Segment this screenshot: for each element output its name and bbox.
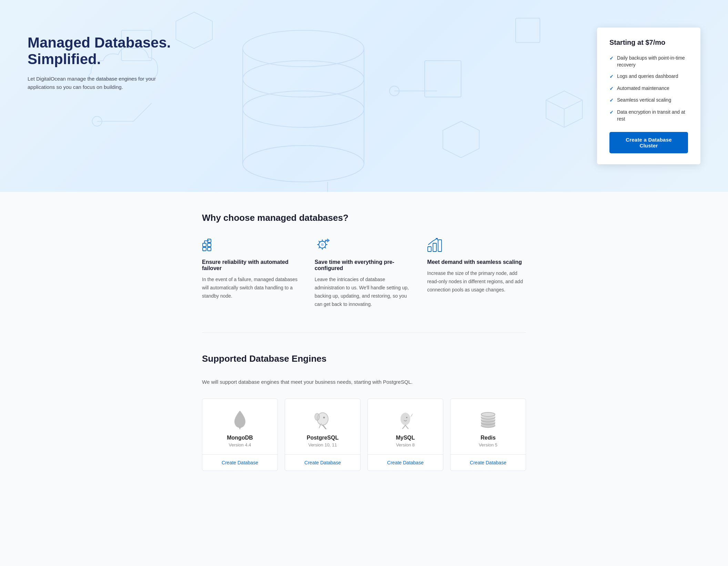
- svg-marker-14: [443, 121, 479, 158]
- feature-card-reliability-desc: In the event of a failure, managed datab…: [202, 276, 301, 300]
- redis-icon: [478, 410, 498, 429]
- feature-card-preconfigured-title: Save time with everything pre-configured: [315, 259, 414, 271]
- engine-action-postgresql[interactable]: Create Database: [285, 454, 360, 471]
- why-section-title: Why choose managed databases?: [202, 213, 526, 223]
- engine-version-postgresql: Version 10, 11: [308, 442, 337, 447]
- scaling-icon: [427, 237, 442, 252]
- feature-card-preconfigured: Save time with everything pre-configured…: [315, 237, 414, 308]
- feature-list-item: ✓Automated maintenance: [609, 85, 688, 92]
- feature-text: Automated maintenance: [617, 85, 669, 92]
- svg-rect-28: [208, 243, 211, 247]
- svg-line-16: [133, 103, 152, 121]
- svg-rect-26: [203, 243, 206, 247]
- feature-text: Seamless vertical scaling: [617, 97, 671, 104]
- check-icon: ✓: [609, 97, 614, 104]
- engine-version-mongodb: Version 4.4: [229, 442, 251, 447]
- svg-rect-29: [208, 247, 211, 251]
- engine-info-mysql: MySQL Version 8: [368, 399, 443, 454]
- feature-list-item: ✓Seamless vertical scaling: [609, 97, 688, 104]
- svg-point-5: [243, 61, 364, 97]
- check-icon: ✓: [609, 85, 614, 92]
- svg-rect-12: [516, 18, 540, 42]
- engine-action-mongodb[interactable]: Create Database: [202, 454, 277, 471]
- feature-card-reliability-title: Ensure reliability with automated failov…: [202, 259, 301, 271]
- engines-grid: MongoDB Version 4.4 Create Database: [202, 399, 526, 471]
- create-cluster-button[interactable]: Create a Database Cluster: [609, 132, 688, 153]
- check-icon: ✓: [609, 109, 614, 116]
- svg-rect-38: [438, 240, 442, 251]
- engine-info-redis: Redis Version 5: [451, 399, 526, 454]
- engine-version-redis: Version 5: [479, 442, 497, 447]
- engine-create-link-postgresql[interactable]: Create Database: [304, 460, 341, 465]
- engines-section-subtitle: We will support database engines that me…: [202, 378, 526, 386]
- svg-rect-36: [428, 247, 431, 251]
- svg-point-42: [323, 417, 325, 419]
- engines-section: Supported Database Engines We will suppo…: [202, 332, 526, 471]
- engine-card-mysql: MySQL Version 8 Create Database: [367, 399, 443, 471]
- engine-action-mysql[interactable]: Create Database: [368, 454, 443, 471]
- check-icon: ✓: [609, 73, 614, 80]
- feature-card-reliability: Ensure reliability with automated failov…: [202, 237, 301, 308]
- svg-rect-27: [203, 247, 206, 251]
- svg-point-41: [315, 413, 320, 420]
- svg-marker-20: [546, 91, 583, 127]
- feature-list-item: ✓Data encryption in transit and at rest: [609, 109, 688, 122]
- svg-point-43: [406, 417, 407, 418]
- svg-point-9: [243, 145, 364, 182]
- svg-rect-37: [433, 243, 436, 251]
- reliability-icon: [202, 237, 217, 252]
- feature-card-preconfigured-desc: Leave the intricacies of database admini…: [315, 276, 414, 308]
- main-content: Why choose managed databases? Ensur: [174, 192, 554, 492]
- feature-text: Data encryption in transit and at rest: [617, 109, 688, 122]
- mysql-icon: [396, 410, 415, 429]
- why-section: Why choose managed databases? Ensur: [202, 213, 526, 308]
- engine-name-redis: Redis: [481, 435, 496, 441]
- postgresql-icon: [313, 410, 332, 429]
- hero-title: Managed Databases. Simplified.: [28, 34, 221, 68]
- feature-text: Logs and queries dashboard: [617, 73, 678, 80]
- svg-point-52: [481, 412, 495, 416]
- pricing-card: Starting at $7/mo ✓Daily backups with po…: [597, 28, 700, 164]
- engine-action-redis[interactable]: Create Database: [451, 454, 526, 471]
- engine-create-link-redis[interactable]: Create Database: [470, 460, 506, 465]
- pricing-card-title: Starting at $7/mo: [609, 39, 688, 47]
- engine-info-postgresql: PostgreSQL Version 10, 11: [285, 399, 360, 454]
- svg-rect-11: [425, 61, 461, 97]
- features-grid: Ensure reliability with automated failov…: [202, 237, 526, 308]
- svg-point-35: [321, 243, 324, 246]
- engine-name-mysql: MySQL: [396, 435, 415, 441]
- feature-card-scaling-desc: Increase the size of the primary node, a…: [427, 269, 526, 294]
- engines-section-title: Supported Database Engines: [202, 353, 526, 364]
- check-icon: ✓: [609, 55, 614, 62]
- engine-card-redis: Redis Version 5 Create Database: [450, 399, 526, 471]
- engine-card-mongodb: MongoDB Version 4.4 Create Database: [202, 399, 278, 471]
- engine-create-link-mysql[interactable]: Create Database: [387, 460, 424, 465]
- engine-card-postgresql: PostgreSQL Version 10, 11 Create Databas…: [285, 399, 361, 471]
- hero-section: Managed Databases. Simplified. Let Digit…: [0, 0, 728, 192]
- hero-content: Managed Databases. Simplified. Let Digit…: [28, 21, 221, 91]
- hero-subtitle: Let DigitalOcean manage the database eng…: [28, 75, 159, 91]
- svg-line-21: [546, 100, 564, 109]
- svg-point-6: [243, 91, 364, 127]
- feature-card-scaling-title: Meet demand with seamless scaling: [427, 259, 526, 265]
- svg-point-19: [390, 86, 399, 96]
- feature-text: Daily backups with point-in-time recover…: [617, 55, 688, 68]
- mongodb-icon: [230, 410, 250, 429]
- feature-list-item: ✓Logs and queries dashboard: [609, 73, 688, 80]
- engine-name-mongodb: MongoDB: [227, 435, 253, 441]
- svg-point-4: [243, 30, 364, 67]
- engine-name-postgresql: PostgreSQL: [307, 435, 338, 441]
- feature-list: ✓Daily backups with point-in-time recove…: [609, 55, 688, 122]
- preconfigured-icon: [315, 237, 330, 252]
- feature-list-item: ✓Daily backups with point-in-time recove…: [609, 55, 688, 68]
- engine-info-mongodb: MongoDB Version 4.4: [202, 399, 277, 454]
- svg-line-22: [564, 100, 583, 109]
- engine-create-link-mongodb[interactable]: Create Database: [222, 460, 258, 465]
- feature-card-scaling: Meet demand with seamless scaling Increa…: [427, 237, 526, 308]
- engine-version-mysql: Version 8: [396, 442, 415, 447]
- svg-point-18: [92, 116, 102, 126]
